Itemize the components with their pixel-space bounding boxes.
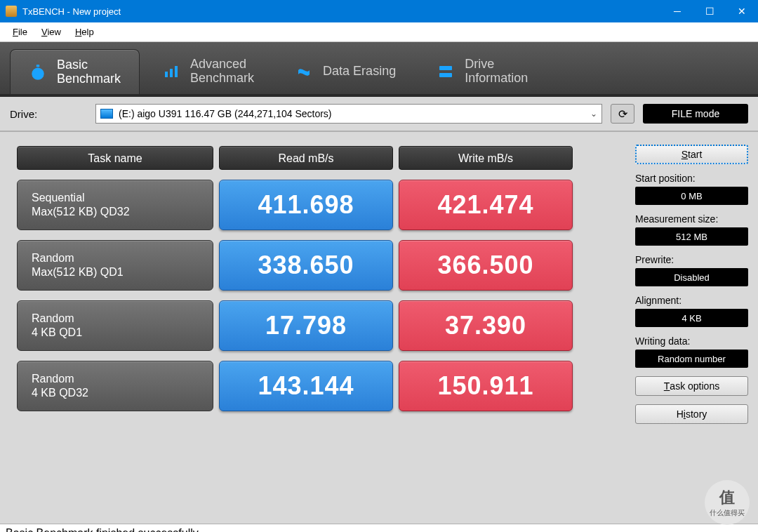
header-task: Task name	[17, 146, 213, 170]
task-options-button[interactable]: Task options	[635, 376, 748, 396]
menu-help[interactable]: Help	[68, 25, 101, 39]
prewrite-label: Prewrite:	[635, 254, 748, 265]
menu-file[interactable]: File	[6, 25, 34, 39]
task-cell[interactable]: Random4 KB QD32	[17, 361, 213, 411]
write-value: 366.500	[399, 240, 573, 291]
svg-rect-2	[165, 72, 168, 77]
svg-rect-1	[36, 65, 39, 67]
tab-label: BasicBenchmark	[57, 58, 121, 86]
read-value: 143.144	[219, 361, 393, 411]
start-button[interactable]: Start	[635, 145, 748, 164]
table-row: RandomMax(512 KB) QD1 338.650 366.500	[17, 240, 618, 291]
drive-row: Drive: (E:) aigo U391 116.47 GB (244,271…	[0, 97, 758, 132]
app-icon	[6, 6, 17, 17]
svg-point-0	[32, 67, 44, 79]
read-value: 17.798	[219, 300, 393, 351]
task-cell[interactable]: RandomMax(512 KB) QD1	[17, 240, 213, 291]
meassize-label: Measurement size:	[635, 213, 748, 225]
file-mode-button[interactable]: FILE mode	[643, 104, 748, 124]
watermark-icon: 值 什么值得买	[705, 480, 750, 525]
history-button[interactable]: History	[635, 404, 748, 424]
close-button[interactable]: ✕	[726, 0, 758, 22]
tab-drive-information[interactable]: DriveInformation	[418, 49, 546, 94]
meassize-value[interactable]: 512 MB	[635, 227, 748, 246]
task-cell[interactable]: SequentialMax(512 KB) QD32	[17, 180, 213, 230]
table-row: SequentialMax(512 KB) QD32 411.698 421.4…	[17, 180, 618, 230]
align-value[interactable]: 4 KB	[635, 309, 748, 327]
svg-rect-3	[170, 69, 173, 77]
align-label: Alignment:	[635, 295, 748, 306]
task-cell[interactable]: Random4 KB QD1	[17, 300, 213, 351]
header-read: Read mB/s	[219, 146, 393, 170]
startpos-value[interactable]: 0 MB	[635, 187, 748, 205]
tab-label: DriveInformation	[465, 58, 528, 86]
table-row: Random4 KB QD32 143.144 150.911	[17, 361, 618, 411]
menu-view[interactable]: View	[34, 25, 68, 39]
read-value: 411.698	[219, 180, 393, 230]
maximize-button[interactable]: ☐	[693, 0, 726, 22]
stopwatch-icon	[29, 63, 47, 81]
write-value: 37.390	[399, 300, 573, 351]
titlebar: TxBENCH - New project ─ ☐ ✕	[0, 0, 758, 22]
drive-selected-text: (E:) aigo U391 116.47 GB (244,271,104 Se…	[119, 108, 332, 119]
tab-label: Data Erasing	[323, 65, 396, 79]
erase-icon	[295, 62, 313, 81]
chevron-down-icon: ⌄	[590, 109, 597, 119]
svg-rect-4	[175, 66, 178, 77]
bars-icon	[162, 62, 180, 81]
drive-label: Drive:	[10, 108, 87, 120]
prewrite-value[interactable]: Disabled	[635, 268, 748, 286]
main-area: Task name Read mB/s Write mB/s Sequentia…	[0, 132, 758, 524]
sidebar: Start Start position: 0 MB Measurement s…	[635, 132, 758, 524]
table-header: Task name Read mB/s Write mB/s	[17, 146, 618, 170]
tab-advanced-benchmark[interactable]: AdvancedBenchmark	[144, 49, 272, 94]
table-row: Random4 KB QD1 17.798 37.390	[17, 300, 618, 351]
writedata-label: Writing data:	[635, 335, 748, 347]
minimize-button[interactable]: ─	[661, 0, 693, 22]
tab-label: AdvancedBenchmark	[190, 58, 254, 86]
status-bar: Basic Benchmark finished successfully.	[0, 524, 758, 532]
drive-icon	[437, 62, 455, 81]
window-title: TxBENCH - New project	[22, 6, 661, 17]
drive-select[interactable]: (E:) aigo U391 116.47 GB (244,271,104 Se…	[95, 104, 602, 124]
header-write: Write mB/s	[399, 146, 573, 170]
tab-strip: BasicBenchmark AdvancedBenchmark Data Er…	[0, 42, 758, 97]
refresh-button[interactable]: ⟳	[611, 104, 634, 124]
svg-rect-6	[439, 73, 452, 77]
tab-data-erasing[interactable]: Data Erasing	[277, 49, 414, 94]
svg-rect-5	[439, 66, 452, 70]
writedata-value[interactable]: Random number	[635, 350, 748, 368]
disk-icon	[100, 109, 113, 119]
write-value: 421.474	[399, 180, 573, 230]
refresh-icon: ⟳	[618, 107, 627, 121]
read-value: 338.650	[219, 240, 393, 291]
write-value: 150.911	[399, 361, 573, 411]
results-panel: Task name Read mB/s Write mB/s Sequentia…	[0, 132, 635, 524]
tab-basic-benchmark[interactable]: BasicBenchmark	[10, 49, 140, 94]
startpos-label: Start position:	[635, 173, 748, 184]
menubar: File View Help	[0, 22, 758, 42]
